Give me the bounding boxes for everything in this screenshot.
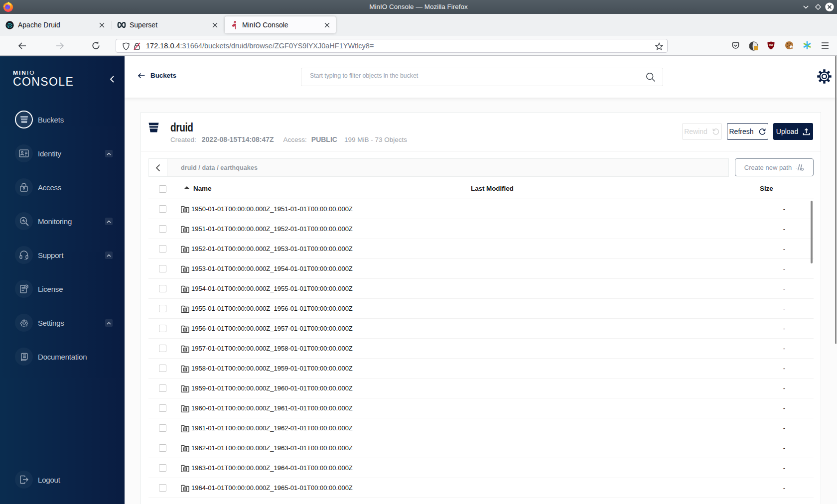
svg-text:UO: UO: [769, 43, 773, 46]
